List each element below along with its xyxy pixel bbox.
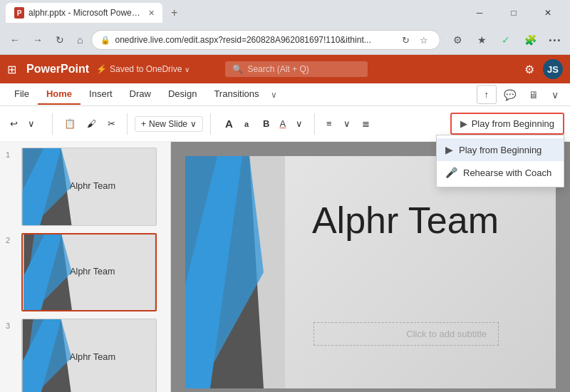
new-slide-chevron: ∨ xyxy=(190,119,197,129)
font-decrease-icon: a xyxy=(244,120,249,128)
check-icon[interactable]: ✓ xyxy=(496,30,516,50)
favorites-icon[interactable]: ★ xyxy=(472,30,492,50)
tab-title: alphr.pptx - Microsoft PowerPoin... xyxy=(28,8,142,18)
font-decrease-button[interactable]: a xyxy=(240,117,253,131)
more-tabs-icon[interactable]: ∨ xyxy=(271,90,277,100)
share-button[interactable]: ↑ xyxy=(477,85,497,104)
home-button[interactable]: ⌂ xyxy=(73,31,87,48)
back-button[interactable]: ← xyxy=(6,31,24,48)
undo-dropdown-button[interactable]: ∨ xyxy=(24,115,39,132)
play-beginning-icon: ▶ xyxy=(445,144,453,155)
puzzle-icon[interactable]: 🧩 xyxy=(520,30,540,50)
new-slide-button[interactable]: + New Slide ∨ xyxy=(135,116,203,132)
list-item: 3 Alphr Team xyxy=(6,319,165,392)
address-bar[interactable]: 🔒 onedrive.live.com/edit.aspx?resid=2608… xyxy=(91,30,440,50)
play-dropdown-menu: ▶ Play from Beginning 🎤 Rehearse with Co… xyxy=(436,135,564,187)
font-increase-button[interactable]: A xyxy=(221,115,237,133)
user-avatar[interactable]: JS xyxy=(543,59,563,79)
play-button-wrapper: ▶ Play from Beginning ▶ Play from Beginn… xyxy=(450,113,564,135)
refresh-button[interactable]: ↻ xyxy=(51,31,68,48)
tab-draw[interactable]: Draw xyxy=(121,84,160,105)
undo-group: ↩ ∨ xyxy=(6,115,39,132)
ribbon-tabs: File Home Insert Draw Design Transitions… xyxy=(0,83,570,106)
list-item: 1 Alphr Team xyxy=(6,148,165,226)
extensions-icon[interactable]: ⚙ xyxy=(447,30,467,50)
font-group: A a xyxy=(221,115,253,133)
play-from-beginning-label: Play from Beginning xyxy=(472,118,554,129)
close-button[interactable]: ✕ xyxy=(532,3,564,23)
svg-text:Alphr Team: Alphr Team xyxy=(70,180,115,191)
cut-button[interactable]: ✂ xyxy=(103,115,120,132)
saved-chevron-icon: ∨ xyxy=(185,66,190,73)
undo-button[interactable]: ↩ xyxy=(6,115,22,132)
slide-thumbnail-2[interactable]: Alphr Team xyxy=(21,233,157,311)
main-slide[interactable]: Alphr Team Click to add subtitle xyxy=(185,156,556,388)
browser-favicon: P xyxy=(14,7,24,19)
browser-chrome: P alphr.pptx - Microsoft PowerPoin... ✕ … xyxy=(0,0,570,55)
font-increase-icon: A xyxy=(225,118,233,130)
autosave-label: ⚡ xyxy=(96,64,107,74)
app-grid-icon[interactable]: ⊞ xyxy=(7,63,16,76)
ribbon-toolbar: ↩ ∨ 📋 🖌 ✂ + New Slide ∨ A a B A ∨ xyxy=(0,106,570,142)
tab-transitions[interactable]: Transitions xyxy=(205,84,267,105)
settings-icon[interactable]: ⚙ xyxy=(522,60,537,79)
ribbon-header: ⊞ PowerPoint ⚡ Saved to OneDrive ∨ 🔍 Sea… xyxy=(0,55,570,83)
divider-3 xyxy=(210,113,211,135)
play-from-beginning-menu-label: Play from Beginning xyxy=(459,145,542,155)
clipboard-button[interactable]: 📋 xyxy=(60,115,80,132)
slide-number-2: 2 xyxy=(6,236,17,244)
main-slide-subtitle[interactable]: Click to add subtitle xyxy=(314,322,499,346)
browser-tab[interactable]: P alphr.pptx - Microsoft PowerPoin... ✕ xyxy=(6,3,162,23)
forward-button[interactable]: → xyxy=(28,31,47,48)
divider-4 xyxy=(314,113,315,135)
align-button[interactable]: ≣ xyxy=(358,115,374,132)
search-icon: 🔍 xyxy=(232,64,243,74)
new-slide-icon: + xyxy=(141,119,146,129)
paint-format-button[interactable]: 🖌 xyxy=(83,115,100,132)
lock-icon: 🔒 xyxy=(100,36,110,45)
tab-home[interactable]: Home xyxy=(38,84,81,105)
rehearse-with-coach-item[interactable]: 🎤 Rehearse with Coach xyxy=(437,161,564,184)
font-color-button[interactable]: A xyxy=(275,115,290,132)
main-slide-title: Alphr Team xyxy=(312,199,499,242)
menu-dots-icon[interactable]: ⋯ xyxy=(544,30,564,50)
present-button[interactable]: 🖥 xyxy=(523,86,544,104)
tab-insert[interactable]: Insert xyxy=(81,84,121,105)
maximize-button[interactable]: □ xyxy=(497,3,530,23)
bold-button[interactable]: B xyxy=(259,115,274,132)
share-icon: ↑ xyxy=(484,89,489,100)
play-from-beginning-button[interactable]: ▶ Play from Beginning xyxy=(450,113,564,135)
divider-1 xyxy=(52,113,53,135)
refresh-addr-icon[interactable]: ↻ xyxy=(399,33,413,47)
tab-close-icon[interactable]: ✕ xyxy=(148,9,154,18)
font-color-dropdown[interactable]: ∨ xyxy=(291,115,307,132)
tab-file[interactable]: File xyxy=(6,84,38,105)
comment-button[interactable]: 💬 xyxy=(498,86,522,104)
format-group: B A ∨ xyxy=(259,115,307,132)
star-icon[interactable]: ☆ xyxy=(417,33,431,47)
slide-panel: 1 Alphr Team 2 xyxy=(0,142,171,392)
app-name: PowerPoint xyxy=(26,63,89,76)
browser-addressbar: ← → ↻ ⌂ 🔒 onedrive.live.com/edit.aspx?re… xyxy=(0,26,570,54)
office-app: ⊞ PowerPoint ⚡ Saved to OneDrive ∨ 🔍 Sea… xyxy=(0,55,570,392)
more-options-button[interactable]: ∨ xyxy=(546,86,564,104)
browser-titlebar: P alphr.pptx - Microsoft PowerPoin... ✕ … xyxy=(0,0,570,26)
slide-thumbnail-1[interactable]: Alphr Team xyxy=(21,148,157,226)
search-placeholder: Search (Alt + Q) xyxy=(247,64,309,74)
ribbon-search[interactable]: 🔍 Search (Alt + Q) xyxy=(225,61,368,77)
saved-status[interactable]: ⚡ Saved to OneDrive ∨ xyxy=(96,64,190,74)
font-color-icon: A xyxy=(279,118,286,129)
address-actions: ↻ ☆ xyxy=(399,33,431,47)
play-from-beginning-item[interactable]: ▶ Play from Beginning xyxy=(437,138,564,161)
list-button[interactable]: ≡ xyxy=(322,115,336,132)
rehearse-icon: 🎤 xyxy=(445,167,457,178)
new-tab-button[interactable]: + xyxy=(167,5,182,21)
tab-design[interactable]: Design xyxy=(160,84,205,105)
rehearse-with-coach-label: Rehearse with Coach xyxy=(463,167,551,178)
list-dropdown[interactable]: ∨ xyxy=(339,115,355,132)
minimize-button[interactable]: ─ xyxy=(463,3,496,23)
ribbon-right: ⚙ JS xyxy=(522,59,563,79)
window-controls: ─ □ ✕ xyxy=(463,3,564,23)
slide-thumbnail-3[interactable]: Alphr Team xyxy=(21,319,157,392)
svg-text:Alphr Team: Alphr Team xyxy=(70,351,115,362)
